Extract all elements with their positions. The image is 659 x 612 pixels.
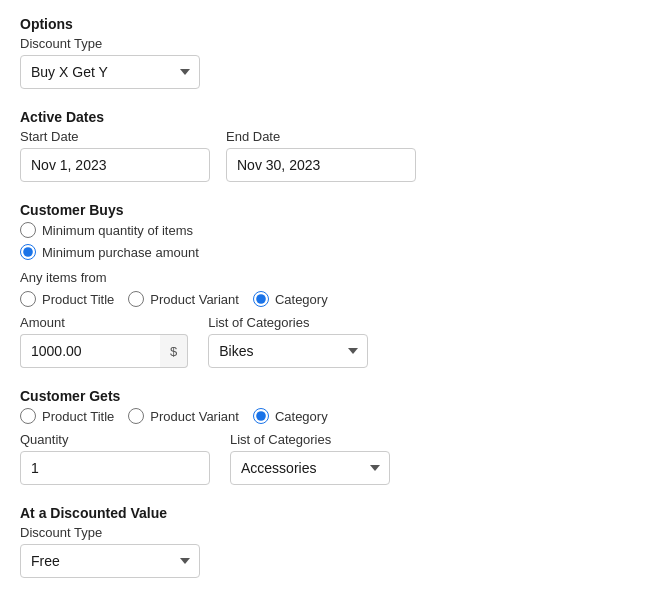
discounted-type-wrapper: Free Percentage Fixed Amount [20, 544, 200, 578]
start-date-input[interactable] [20, 148, 210, 182]
product-variant-buy-row: Product Variant [128, 291, 239, 307]
end-date-input[interactable] [226, 148, 416, 182]
min-amt-label[interactable]: Minimum purchase amount [42, 245, 199, 260]
start-date-field: Start Date [20, 129, 210, 182]
product-title-buy-label[interactable]: Product Title [42, 292, 114, 307]
min-qty-radio[interactable] [20, 222, 36, 238]
amount-row: Amount $ List of Categories Bikes Access… [20, 315, 639, 368]
discounted-value-section: At a Discounted Value Discount Type Free… [20, 505, 639, 578]
customer-buys-section: Customer Buys Minimum quantity of items … [20, 202, 639, 368]
product-variant-buy-radio[interactable] [128, 291, 144, 307]
customer-gets-title: Customer Gets [20, 388, 639, 404]
active-dates-title: Active Dates [20, 109, 639, 125]
gets-categories-wrapper: Accessories Bikes Clothing [230, 451, 390, 485]
quantity-field: Quantity [20, 432, 210, 485]
customer-buys-title: Customer Buys [20, 202, 639, 218]
buys-categories-select[interactable]: Bikes Accessories Clothing [208, 334, 368, 368]
active-dates-section: Active Dates Start Date End Date [20, 109, 639, 182]
discount-type-wrapper: Buy X Get Y Percentage Fixed Amount [20, 55, 200, 89]
gets-categories-label: List of Categories [230, 432, 390, 447]
category-get-row: Category [253, 408, 328, 424]
product-variant-get-radio[interactable] [128, 408, 144, 424]
currency-badge: $ [160, 334, 188, 368]
amount-label: Amount [20, 315, 188, 330]
category-get-radio[interactable] [253, 408, 269, 424]
discounted-value-title: At a Discounted Value [20, 505, 639, 521]
start-date-label: Start Date [20, 129, 210, 144]
category-buy-row: Category [253, 291, 328, 307]
discounted-type-label: Discount Type [20, 525, 639, 540]
customer-gets-section: Customer Gets Product Title Product Vari… [20, 388, 639, 485]
discounted-type-select[interactable]: Free Percentage Fixed Amount [20, 544, 200, 578]
amount-field: Amount $ [20, 315, 188, 368]
date-row: Start Date End Date [20, 129, 639, 182]
quantity-label: Quantity [20, 432, 210, 447]
end-date-label: End Date [226, 129, 416, 144]
product-filter-gets-group: Product Title Product Variant Category [20, 408, 639, 424]
discount-type-select[interactable]: Buy X Get Y Percentage Fixed Amount [20, 55, 200, 89]
min-amt-row: Minimum purchase amount [20, 244, 639, 260]
product-title-buy-radio[interactable] [20, 291, 36, 307]
options-title: Options [20, 16, 639, 32]
category-get-label[interactable]: Category [275, 409, 328, 424]
customer-buys-radio-group: Minimum quantity of items Minimum purcha… [20, 222, 639, 260]
end-date-field: End Date [226, 129, 416, 182]
discount-type-label: Discount Type [20, 36, 639, 51]
product-filter-buys-group: Product Title Product Variant Category [20, 291, 639, 307]
buys-categories-label: List of Categories [208, 315, 368, 330]
product-title-get-label[interactable]: Product Title [42, 409, 114, 424]
product-variant-get-label[interactable]: Product Variant [150, 409, 239, 424]
min-qty-label[interactable]: Minimum quantity of items [42, 223, 193, 238]
product-variant-get-row: Product Variant [128, 408, 239, 424]
amount-input-wrapper: $ [20, 334, 188, 368]
product-title-get-row: Product Title [20, 408, 114, 424]
category-buy-radio[interactable] [253, 291, 269, 307]
product-title-buy-row: Product Title [20, 291, 114, 307]
category-buy-label[interactable]: Category [275, 292, 328, 307]
min-qty-row: Minimum quantity of items [20, 222, 639, 238]
quantity-row: Quantity List of Categories Accessories … [20, 432, 639, 485]
product-variant-buy-label[interactable]: Product Variant [150, 292, 239, 307]
buys-categories-field: List of Categories Bikes Accessories Clo… [208, 315, 368, 368]
quantity-input[interactable] [20, 451, 210, 485]
amount-input[interactable] [20, 334, 160, 368]
gets-categories-select[interactable]: Accessories Bikes Clothing [230, 451, 390, 485]
buys-categories-wrapper: Bikes Accessories Clothing [208, 334, 368, 368]
min-amt-radio[interactable] [20, 244, 36, 260]
options-section: Options Discount Type Buy X Get Y Percen… [20, 16, 639, 89]
gets-categories-field: List of Categories Accessories Bikes Clo… [230, 432, 390, 485]
product-title-get-radio[interactable] [20, 408, 36, 424]
any-items-from-label: Any items from [20, 270, 639, 285]
